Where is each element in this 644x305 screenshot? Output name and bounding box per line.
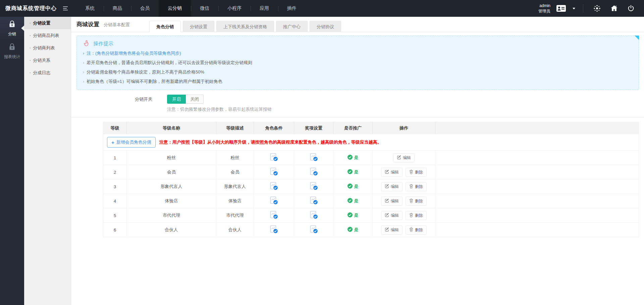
delete-button[interactable]: 删除 [406,168,427,177]
role-condition-config-icon[interactable] [269,196,278,205]
award-setting-cell [294,165,333,180]
role-distribution-table: 等级等级名称等级描述角色条件奖项设置是否推广操作 + 新增会员角色分佣 注意：用… [103,122,639,237]
award-setting-config-icon[interactable] [309,210,318,219]
delete-button[interactable]: 删除 [406,197,427,206]
role-condition-cell [254,151,294,165]
edit-pencil-icon [385,184,389,189]
tab-promotion-center[interactable]: 推广中心 [276,21,308,32]
home-icon[interactable] [608,4,620,12]
nav-item-member[interactable]: 会员 [131,0,159,17]
edit-label: 编辑 [391,184,399,190]
edit-button[interactable]: 编辑 [381,225,402,235]
sidebar-item-report-stats[interactable]: 报表统计 [0,40,24,62]
award-setting-config-icon[interactable] [309,225,318,234]
spacer-cell [435,165,639,180]
award-setting-cell [294,194,333,208]
menu-toggle-icon[interactable] [62,5,69,12]
alert-title-row: 操作提示 [83,40,633,47]
promote-cell: 是 [333,208,373,223]
award-setting-config-icon[interactable] [309,196,318,205]
panel-fold-corner[interactable] [635,36,639,40]
nav-item-plugin[interactable]: 插件 [278,0,306,17]
note-arrow-icon: › [83,70,84,74]
topbar: 微商城系统管理中心 系统商品会员云分销微信小程序应用插件 admin 管理员 [0,0,644,17]
alert-note-text: 初始角色（等级=1）可编辑不可删除，所有新建的用户都属于初始角色 [87,79,222,84]
level-name-cell: 会员 [127,165,216,180]
submenu-item-commission-log[interactable]: ·分成日志 [24,66,71,79]
logout-power-icon[interactable] [625,5,637,12]
role-condition-config-icon[interactable] [269,210,278,219]
submenu-item-distribution-relations[interactable]: ·分销关系 [24,54,71,66]
role-condition-config-icon[interactable] [269,167,278,176]
switch-off-button[interactable]: 关闭 [186,95,204,104]
note-arrow-icon: › [83,60,84,65]
profile-card-icon[interactable] [555,5,567,12]
edit-label: 编辑 [391,198,399,204]
bullet-dot: · [30,45,31,50]
edit-button[interactable]: 编辑 [381,211,402,220]
operations: 编辑删除 [381,225,427,235]
check-circle-icon [347,198,353,204]
award-setting-config-icon[interactable] [309,182,318,191]
nav-item-wechat[interactable]: 微信 [191,0,218,17]
role-condition-cell [254,165,294,180]
topbar-right: admin 管理员 [538,0,644,17]
award-setting-config-icon[interactable] [309,167,318,176]
submenu-item-distribution-goods-list[interactable]: ·分销商品列表 [24,29,71,42]
nav-item-goods[interactable]: 商品 [104,0,131,17]
table-row: 5市代代理市代代理是编辑删除 [103,208,639,223]
modules-icon[interactable] [591,4,603,12]
edit-button[interactable]: 编辑 [381,168,402,177]
alert-title: 操作提示 [93,41,113,47]
chevron-down-icon[interactable] [573,8,575,9]
operations-cell: 编辑删除 [373,208,435,223]
delete-button[interactable]: 删除 [406,225,427,235]
sidebar-item-distribution[interactable]: 分销 [0,17,24,40]
promote-yes-label: 是 [354,227,359,233]
level-cell: 4 [103,194,127,208]
nav-item-application[interactable]: 应用 [251,0,278,17]
tab-updownline-qualification[interactable]: 上下线关系及分销资格 [216,21,274,32]
operations-cell: 编辑删除 [373,223,435,237]
check-circle-icon [347,184,353,190]
title-wrap: 商城设置 分销基本配置 [76,20,130,28]
level-cell: 3 [103,180,127,194]
role-condition-config-icon[interactable] [269,182,278,191]
table-row: 3形象代言人形象代言人是编辑删除 [103,180,639,194]
nav-item-system[interactable]: 系统 [76,0,104,17]
role-condition-config-icon[interactable] [269,225,278,234]
promote-yes-label: 是 [354,212,359,218]
switch-on-button[interactable]: 开启 [167,95,186,104]
role-condition-config-icon[interactable] [269,153,278,162]
submenu-item-label: 分销商列表 [33,45,55,50]
column-header-empty [435,122,639,134]
distribution-switch-row: 分销开关 开启 关闭 [71,95,644,104]
level-desc-cell: 会员 [216,165,254,180]
award-setting-config-icon[interactable] [309,153,318,162]
add-member-role-button[interactable]: + 新增会员角色分佣 [107,137,156,148]
topbar-nav: 系统商品会员云分销微信小程序应用插件 [76,0,306,17]
submenu-sidebar: ·分销设置·分销商品列表·分销商列表·分销关系·分成日志 [24,17,71,305]
edit-button[interactable]: 编辑 [393,153,415,162]
submenu-item-distributor-list[interactable]: ·分销商列表 [24,42,71,54]
tab-distribution-settings[interactable]: 分销设置 [183,21,214,32]
nav-item-cloud-distribution[interactable]: 云分销 [159,0,191,17]
add-member-role-label: 新增会员角色分佣 [116,139,151,145]
add-role-row: + 新增会员角色分佣 注意：用户按照【等级】从小到大的顺序升级，请按照角色的高级… [103,134,639,151]
level-cell: 6 [103,223,127,237]
tab-role-distribution[interactable]: 角色分销 [149,21,181,32]
tab-distribution-agreement[interactable]: 分销协议 [310,21,341,32]
topbar-divider [583,4,583,13]
edit-button[interactable]: 编辑 [381,197,402,206]
user-name: admin [538,3,550,8]
delete-button[interactable]: 删除 [406,211,427,220]
edit-button[interactable]: 编辑 [381,182,402,191]
alert-note: ›若开启角色分销，普通会员启用默认分销规则，还可以去设置分销商等级设定分销规则 [83,59,633,66]
operations: 编辑 [393,153,415,162]
nav-item-mini-program[interactable]: 小程序 [218,0,251,17]
check-circle-icon [347,155,353,161]
submenu-item-distribution-settings[interactable]: ·分销设置 [24,17,71,29]
delete-button[interactable]: 删除 [406,182,427,191]
edit-label: 编辑 [391,213,399,218]
trash-icon [409,184,413,190]
